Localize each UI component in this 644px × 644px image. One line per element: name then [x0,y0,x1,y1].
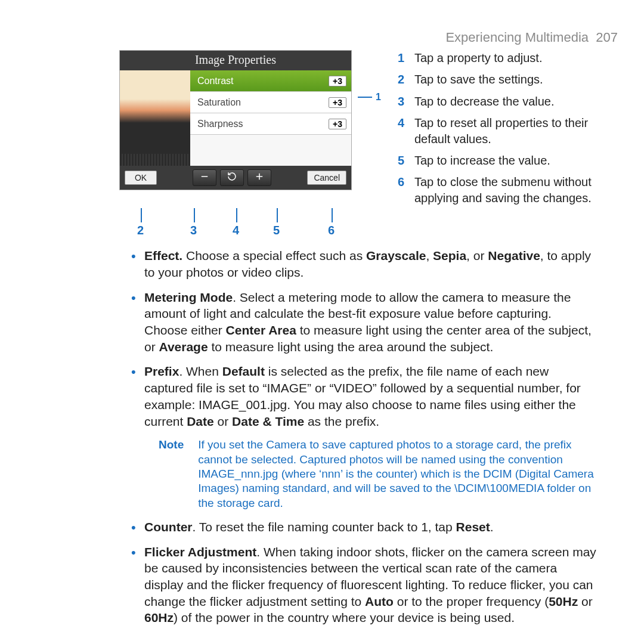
legend-num: 1 [398,50,406,66]
property-row-sharpness[interactable]: Sharpness +3 [190,113,351,135]
property-value: +3 [329,97,346,108]
feature-bullets: Effect. Choose a special effect such as … [131,247,596,429]
note-block: Note If you set the Camera to save captu… [159,438,596,510]
callout-number: 5 [273,224,280,237]
callout-leader [358,97,372,98]
legend-text: Tap to decrease the value. [414,94,555,109]
callout-number: 1 [376,92,381,103]
legend-text: Tap to reset all properties to their def… [414,115,620,147]
feature-bullets-2: Counter. To reset the file naming counte… [131,519,596,626]
legend-num: 4 [398,115,406,147]
callout-number: 3 [190,224,197,237]
property-row-contrast[interactable]: Contrast +3 [190,70,351,92]
legend-text: Tap to increase the value. [414,153,550,168]
legend-text: Tap a property to adjust. [414,50,543,66]
bullet-prefix: Prefix. When Default is selected as the … [131,363,596,429]
bullet-counter: Counter. To reset the file naming counte… [131,519,596,535]
note-label: Note [159,438,184,510]
refresh-icon [227,171,237,185]
property-row-saturation[interactable]: Saturation +3 [190,92,351,113]
callout-number: 6 [328,224,335,237]
legend-num: 5 [398,153,406,168]
minus-icon [199,171,210,185]
note-text: If you set the Camera to save captured p… [198,438,596,510]
minus-button[interactable] [193,169,216,186]
preview-thumbnail [120,70,190,166]
bullet-metering: Metering Mode. Select a metering mode to… [131,289,596,355]
plus-button[interactable] [247,169,271,186]
bullet-flicker: Flicker Adjustment. When taking indoor s… [131,544,596,627]
legend-text: Tap to close the submenu without applyin… [414,174,620,206]
legend-text: Tap to save the settings. [414,72,543,87]
panel-title: Image Properties [120,51,351,70]
callout-legend: 1Tap a property to adjust. 2Tap to save … [398,50,620,212]
property-list: Contrast +3 Saturation +3 Sharpness +3 [190,70,351,166]
property-label: Saturation [197,97,241,108]
bullet-effect: Effect. Choose a special effect such as … [131,247,596,280]
section-title: Experiencing Multimedia [445,30,589,45]
legend-num: 6 [398,174,406,206]
bottom-callouts: 2 3 4 5 6 [119,212,352,236]
page-number: 207 [596,30,618,45]
property-value: +3 [329,76,346,86]
property-label: Contrast [197,76,233,86]
legend-num: 2 [398,72,406,87]
plus-icon [254,171,265,185]
reset-button[interactable] [220,169,244,186]
cancel-button[interactable]: Cancel [307,171,346,185]
legend-num: 3 [398,94,406,109]
property-label: Sharpness [197,119,243,129]
callout-1: 1 [358,92,381,103]
ok-button[interactable]: OK [125,171,157,185]
callout-number: 2 [137,224,144,237]
callout-number: 4 [233,224,239,237]
property-value: +3 [329,119,346,129]
property-row-empty [190,135,351,166]
page-header: Experiencing Multimedia 207 [24,30,620,45]
image-properties-panel: Image Properties Contrast +3 Saturation … [119,50,352,190]
